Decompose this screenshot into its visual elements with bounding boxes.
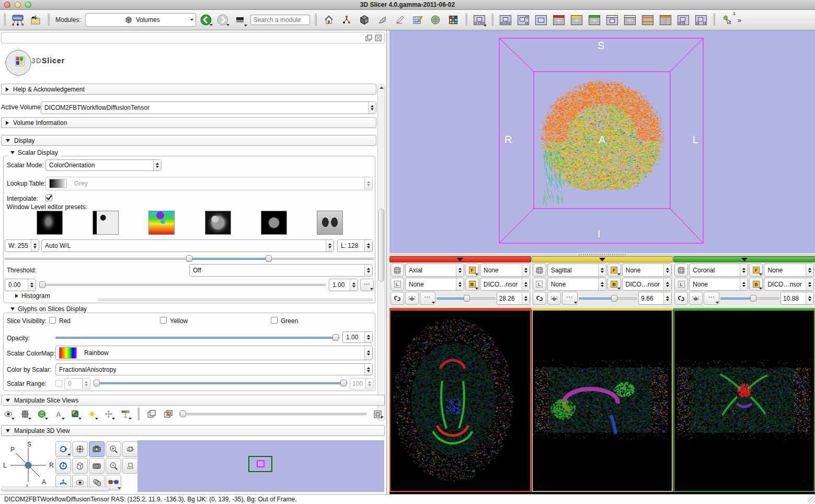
threshold-handle[interactable] bbox=[39, 281, 45, 288]
roll-button[interactable] bbox=[55, 458, 71, 474]
layout-green-slice-button[interactable] bbox=[587, 13, 602, 27]
wl-high-handle[interactable] bbox=[266, 255, 272, 262]
wl-preset-ct-brain[interactable] bbox=[261, 211, 287, 235]
undock-panel-icon[interactable] bbox=[365, 35, 372, 41]
background-volume-select[interactable]: DICO…nsor bbox=[622, 278, 672, 291]
link-slices-button[interactable] bbox=[533, 292, 546, 305]
resize-grip[interactable] bbox=[808, 497, 814, 503]
panel-hscrollbar[interactable] bbox=[1, 487, 110, 491]
link-slices-button[interactable] bbox=[674, 292, 688, 305]
layout-yellow-slice-button[interactable] bbox=[569, 13, 584, 27]
wl-preset-ct-bone[interactable] bbox=[37, 211, 63, 235]
red-controller-bar[interactable] bbox=[389, 256, 531, 262]
layout-fourup-button[interactable] bbox=[498, 13, 513, 27]
background-layer-button[interactable]: B bbox=[465, 278, 479, 291]
red-slice-view[interactable] bbox=[389, 310, 531, 492]
foreground-volume-select[interactable]: None bbox=[480, 264, 530, 277]
screenshot-button[interactable] bbox=[145, 408, 158, 420]
center-view-button[interactable] bbox=[72, 441, 88, 457]
slice-pin-button[interactable] bbox=[533, 264, 546, 277]
visibility-green-checkbox[interactable] bbox=[271, 317, 278, 324]
slice-offset-slider[interactable] bbox=[579, 294, 638, 303]
scalar-mode-select[interactable]: ColorOrientation bbox=[45, 159, 162, 171]
rulers-button[interactable] bbox=[119, 408, 132, 420]
panel-scrollbar[interactable] bbox=[377, 84, 385, 421]
opacity-spinbox[interactable]: 1.00 bbox=[342, 331, 373, 343]
threshold-mode-select[interactable]: Off bbox=[189, 264, 373, 277]
slice-offset-spinbox[interactable]: 9.66 bbox=[638, 292, 672, 305]
navigation-view[interactable] bbox=[137, 440, 384, 492]
save-data-button[interactable] bbox=[28, 13, 43, 27]
orientation-select[interactable]: Sagittal bbox=[547, 264, 606, 277]
slice-options-button[interactable]: °°° bbox=[704, 292, 719, 305]
background-volume-select[interactable]: DICO…nsor bbox=[764, 278, 814, 291]
manipulate-slice-views-section[interactable]: Manipulate Slice Views bbox=[1, 395, 385, 406]
scalar-range-high-spinbox[interactable]: 100 bbox=[350, 378, 374, 390]
visibility-red-checkbox[interactable] bbox=[49, 317, 56, 324]
foreground-layer-button[interactable]: F bbox=[465, 264, 479, 277]
wl-preset-ct-abdomen[interactable] bbox=[205, 211, 231, 235]
fov-handle[interactable] bbox=[180, 410, 186, 417]
slice-offset-slider[interactable] bbox=[437, 294, 496, 303]
interpolate-checkbox[interactable] bbox=[45, 194, 52, 201]
scalar-range-checkbox[interactable] bbox=[55, 380, 62, 387]
load-scene-button[interactable]: MRML bbox=[10, 13, 25, 27]
models-module-button[interactable] bbox=[375, 13, 389, 27]
capture-view-button[interactable] bbox=[89, 441, 105, 457]
slice-visibility-eye-button[interactable] bbox=[547, 292, 561, 305]
foreground-volume-select[interactable]: None bbox=[764, 264, 814, 277]
background-volume-select[interactable]: DICO…nsor bbox=[480, 278, 530, 291]
annotations-button[interactable]: A bbox=[52, 408, 65, 420]
layout-compare-widescreen-button[interactable] bbox=[658, 13, 673, 27]
threshold-slider[interactable] bbox=[39, 281, 326, 289]
slice-pin-button[interactable] bbox=[674, 264, 688, 277]
offset-handle[interactable] bbox=[464, 295, 470, 302]
orientation-select[interactable]: Axial bbox=[405, 264, 464, 277]
foreground-layer-button[interactable]: F bbox=[749, 264, 763, 277]
visibility-yellow-checkbox[interactable] bbox=[160, 317, 167, 324]
layout-red-slice-button[interactable] bbox=[552, 13, 566, 27]
display-section[interactable]: Display bbox=[1, 135, 376, 146]
window-level-range-slider[interactable] bbox=[5, 255, 374, 263]
window-spinbox[interactable]: W: 255 bbox=[5, 239, 39, 252]
label-volume-select[interactable]: None bbox=[405, 278, 464, 291]
annotations-module-button[interactable] bbox=[393, 13, 407, 27]
camera-button[interactable] bbox=[89, 458, 105, 474]
offset-handle[interactable] bbox=[611, 295, 617, 302]
toolbar-overflow-chevron[interactable]: » bbox=[738, 16, 740, 24]
zoom-selection-button[interactable] bbox=[122, 458, 138, 474]
pitch-button[interactable] bbox=[55, 441, 71, 457]
layout-tabbed-3d-button[interactable] bbox=[605, 13, 619, 27]
wl-low-handle[interactable] bbox=[186, 255, 192, 262]
layout-3d-first-button[interactable] bbox=[516, 13, 531, 27]
level-spinbox[interactable]: L: 128 bbox=[337, 239, 373, 252]
threshold-low-spinbox[interactable]: 0.00 bbox=[5, 279, 36, 291]
color-by-select[interactable]: FractionalAnisotropy bbox=[55, 363, 373, 375]
slice-visibility-eye-button[interactable] bbox=[405, 292, 419, 305]
background-layer-button[interactable]: B bbox=[749, 278, 763, 291]
colors-module-button[interactable] bbox=[446, 13, 461, 27]
scrollbar-thumb[interactable] bbox=[378, 209, 384, 282]
zoom-out-button[interactable] bbox=[106, 458, 121, 474]
volume-rendering-module-button[interactable] bbox=[428, 13, 443, 27]
layout-conventional-widescreen-button[interactable] bbox=[694, 13, 708, 27]
histogram-scrollbar[interactable] bbox=[98, 299, 373, 301]
mouse-interaction-mode-button[interactable]: 1 bbox=[720, 13, 734, 27]
label-volume-select[interactable]: None bbox=[689, 278, 748, 291]
lookup-table-select[interactable]: Grey bbox=[45, 177, 373, 190]
colormap-select[interactable]: Rainbow bbox=[55, 346, 373, 360]
offset-handle[interactable] bbox=[750, 295, 756, 302]
screen-capture-all-button[interactable] bbox=[162, 408, 175, 420]
wl-preset-ct-air[interactable] bbox=[93, 211, 119, 235]
active-volume-select[interactable]: DICOM2FBTWorkflowDiffusionTensor bbox=[41, 101, 376, 114]
auto-wl-select[interactable]: Auto W/L bbox=[41, 239, 334, 252]
orientation-select[interactable]: Coronal bbox=[689, 264, 748, 277]
label-layer-button[interactable]: L bbox=[533, 278, 546, 291]
threshold-high-spinbox[interactable]: 1.00 bbox=[329, 279, 358, 291]
link-slices-button[interactable] bbox=[391, 292, 404, 305]
layout-3d-only-button[interactable] bbox=[534, 13, 548, 27]
range-high-handle[interactable] bbox=[340, 380, 347, 386]
crosshair-button[interactable] bbox=[86, 408, 98, 420]
foreground-layer-button[interactable]: F bbox=[607, 264, 621, 277]
yellow-controller-bar[interactable] bbox=[532, 256, 673, 262]
